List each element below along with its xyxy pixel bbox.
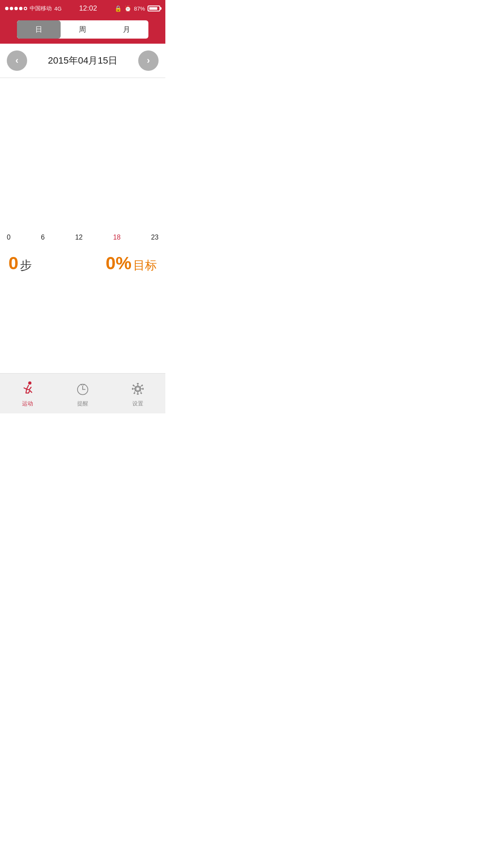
nav-reminder-label: 提醒	[77, 400, 88, 407]
steps-label: 步	[20, 257, 32, 274]
nav-exercise[interactable]: 运动	[0, 380, 55, 407]
status-time: 12:02	[79, 4, 97, 13]
signal-dot-5	[24, 7, 27, 10]
signal-dot-3	[14, 7, 18, 10]
bottom-navigation: 运动 提醒	[0, 373, 165, 413]
svg-point-0	[28, 382, 32, 385]
clock-svg-el	[75, 381, 90, 396]
status-bar: 中国移动 4G 12:02 🔒 ⏰ 87%	[0, 0, 165, 17]
clock-icon	[73, 380, 92, 398]
date-navigation: ‹ 2015年04月15日 ›	[0, 44, 165, 78]
signal-dot-1	[5, 7, 8, 10]
goal-percent: 0%	[106, 253, 131, 274]
lock-icon: 🔒	[114, 5, 122, 12]
goal-label: 目标	[133, 257, 157, 274]
alarm-icon: ⏰	[124, 5, 131, 12]
signal-dot-4	[19, 7, 22, 10]
tab-day[interactable]: 日	[17, 20, 61, 39]
time-label-18: 18	[113, 234, 121, 241]
nav-exercise-label: 运动	[22, 400, 33, 407]
runner-icon	[18, 380, 37, 398]
tab-week[interactable]: 周	[61, 20, 104, 39]
stats-row: 0 步 0% 目标	[0, 245, 165, 282]
status-right: 🔒 ⏰ 87%	[114, 5, 160, 12]
nav-settings-label: 设置	[132, 400, 143, 407]
battery-fill	[149, 7, 157, 10]
time-label-23: 23	[151, 234, 159, 241]
steps-display: 0 步	[8, 253, 32, 274]
time-label-6: 6	[41, 234, 45, 241]
steps-count: 0	[8, 253, 18, 274]
status-left: 中国移动 4G	[5, 5, 61, 12]
chart-svg	[0, 78, 165, 230]
nav-reminder[interactable]: 提醒	[55, 380, 110, 407]
gear-svg	[130, 381, 145, 396]
goal-display: 0% 目标	[106, 253, 157, 274]
signal-dot-2	[10, 7, 13, 10]
carrier-label: 中国移动	[30, 5, 52, 12]
current-date: 2015年04月15日	[48, 54, 117, 67]
next-date-button[interactable]: ›	[138, 50, 159, 71]
tab-month[interactable]: 月	[105, 20, 148, 39]
chevron-right-icon: ›	[147, 55, 150, 66]
svg-point-8	[136, 387, 139, 390]
time-label-12: 12	[75, 234, 83, 241]
prev-date-button[interactable]: ‹	[7, 50, 27, 71]
signal-dots	[5, 7, 27, 10]
time-axis: 0 6 12 18 23	[0, 230, 165, 245]
tab-selector: 日 周 月	[17, 20, 148, 39]
runner-svg	[20, 381, 36, 397]
time-label-0: 0	[7, 234, 11, 241]
battery-bar	[148, 6, 160, 11]
battery-percent: 87%	[134, 6, 145, 12]
gear-icon	[128, 380, 147, 398]
chevron-left-icon: ‹	[15, 55, 18, 66]
tab-bar: 日 周 月	[0, 17, 165, 44]
network-label: 4G	[54, 6, 61, 12]
nav-settings[interactable]: 设置	[110, 380, 165, 407]
activity-chart	[0, 78, 165, 230]
